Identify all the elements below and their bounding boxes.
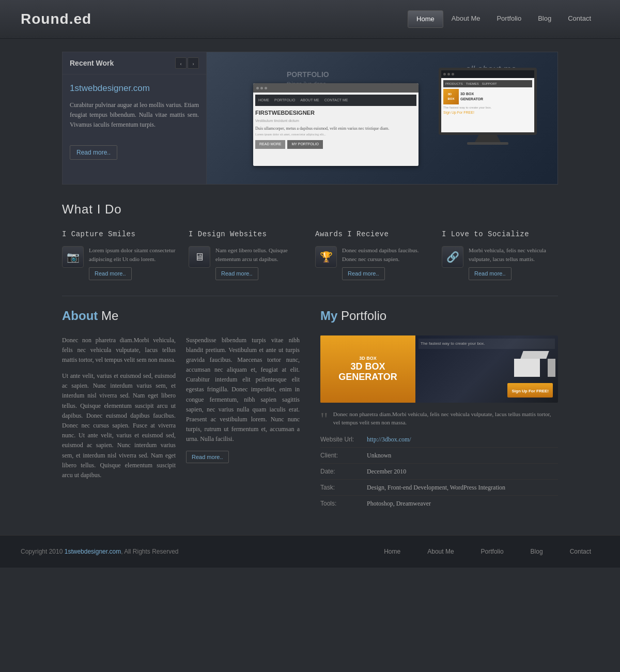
about-columns: Donec non pharetra diam.Morbi vehicula, … bbox=[62, 335, 300, 487]
footer-copyright: Copyright 2010 1stwebdesigner.com, All R… bbox=[21, 547, 179, 556]
footer-nav-contact[interactable]: Contact bbox=[562, 544, 599, 559]
main-nav: Home About Me Portfolio Blog Contact bbox=[408, 10, 599, 28]
what-i-do-item-3: Awards I Recieve 🏆 Donec euismod dapibus… bbox=[315, 229, 431, 280]
item4-title: I Love to Socialize bbox=[442, 229, 558, 240]
about-title-rest: Me bbox=[98, 309, 118, 323]
nav-portfolio[interactable]: Portfolio bbox=[488, 10, 530, 28]
item2-text: Nam eget libero tellus. Quisque elementu… bbox=[215, 246, 305, 280]
section-divider bbox=[62, 296, 558, 296]
item3-read-more[interactable]: Read more.. bbox=[342, 267, 385, 280]
detail-row-url: Website Url: http://3dbox.com/ bbox=[320, 435, 558, 448]
about-right-col: Suspendisse bibendum turpis vitae nibh b… bbox=[186, 335, 300, 487]
date-label: Date: bbox=[320, 467, 367, 476]
item2-desc: Nam eget libero tellus. Quisque elementu… bbox=[215, 246, 305, 263]
project-read-more[interactable]: Read more.. bbox=[70, 145, 117, 160]
recent-work-panel: Recent Work ‹ › 1stwebdesigner.com Curab… bbox=[62, 52, 207, 185]
copyright-text: Copyright 2010 bbox=[21, 548, 65, 555]
footer-nav-home[interactable]: Home bbox=[376, 544, 409, 559]
detail-row-date: Date: December 2010 bbox=[320, 467, 558, 480]
footer-nav-portfolio[interactable]: Portfolio bbox=[473, 544, 512, 559]
url-label: Website Url: bbox=[320, 435, 367, 444]
item3-inner: 🏆 Donec euismod dapibus faucibus. Donec … bbox=[315, 246, 431, 280]
nav-blog[interactable]: Blog bbox=[530, 10, 560, 28]
rights-text: , All Rights Reserved bbox=[121, 548, 178, 555]
what-i-do-item-4: I Love to Socialize 🔗 Morbi vehicula, fe… bbox=[442, 229, 558, 280]
3dbox-title: 3D BOXGENERATOR bbox=[338, 362, 397, 383]
about-para-1: Donec non pharetra diam.Morbi vehicula, … bbox=[62, 335, 176, 365]
header: Round.ed Home About Me Portfolio Blog Co… bbox=[0, 0, 620, 39]
footer-nav: Home About Me Portfolio Blog Contact bbox=[376, 544, 599, 559]
mac-device-mockup: PRODUCTS THEMES SUPPORT 3DBOX 3D BOXGENE… bbox=[439, 68, 537, 145]
next-arrow[interactable]: › bbox=[188, 57, 199, 69]
footer-nav-about[interactable]: About Me bbox=[419, 544, 462, 559]
portfolio-title-rest: Portfolio bbox=[337, 309, 386, 323]
recent-work-preview: all about me PORTFOLIOthings i've done H… bbox=[207, 52, 558, 185]
camera-icon: 📷 bbox=[62, 246, 84, 268]
portfolio-img-left: 3D BOX 3D BOXGENERATOR bbox=[320, 335, 415, 403]
about-portfolio-section: About Me Donec non pharetra diam.Morbi v… bbox=[62, 307, 558, 514]
social-icon: 🔗 bbox=[442, 246, 463, 268]
about-right-text: Suspendisse bibendum turpis vitae nibh b… bbox=[186, 335, 300, 445]
about-read-more[interactable]: Read more.. bbox=[186, 451, 229, 464]
date-value: December 2010 bbox=[367, 467, 558, 476]
detail-row-client: Client: Unknown bbox=[320, 451, 558, 464]
what-i-do-grid: I Capture Smiles 📷 Lorem ipsum dolor sit… bbox=[62, 229, 558, 280]
item4-text: Morbi vehicula, felis nec vehicula vulpu… bbox=[469, 246, 558, 280]
recent-work-title: Recent Work bbox=[70, 58, 114, 69]
preview-inner: all about me PORTFOLIOthings i've done H… bbox=[207, 52, 557, 184]
preview-image: all about me PORTFOLIOthings i've done H… bbox=[207, 52, 557, 184]
item2-title: I Design Websites bbox=[189, 229, 305, 240]
item4-read-more[interactable]: Read more.. bbox=[469, 267, 512, 280]
portfolio-img-right: The fastest way to create your box. Sign… bbox=[415, 335, 558, 403]
footer: Copyright 2010 1stwebdesigner.com, All R… bbox=[0, 535, 620, 568]
prev-arrow[interactable]: ‹ bbox=[175, 57, 187, 69]
url-value: http://3dbox.com/ bbox=[367, 435, 558, 444]
portfolio-image: 3D BOX 3D BOXGENERATOR The fastest way t… bbox=[320, 335, 558, 403]
item1-inner: 📷 Lorem ipsum dolor sitamt consectetur a… bbox=[62, 246, 178, 280]
portfolio-section: My Portfolio 3D BOX 3D BOXGENERATOR The … bbox=[320, 307, 558, 514]
about-left-col: Donec non pharetra diam.Morbi vehicula, … bbox=[62, 335, 176, 487]
item1-title: I Capture Smiles bbox=[62, 229, 178, 240]
item3-title: Awards I Recieve bbox=[315, 229, 431, 240]
item1-read-more[interactable]: Read more.. bbox=[89, 267, 132, 280]
slideshow-arrows: ‹ › bbox=[175, 57, 199, 69]
recent-work-header: Recent Work ‹ › bbox=[63, 52, 206, 74]
task-value: Design, Front-end Development, WordPress… bbox=[367, 483, 558, 492]
portfolio-title-highlight: My bbox=[320, 309, 337, 323]
item3-text: Donec euismod dapibus faucibus. Donec ne… bbox=[342, 246, 431, 280]
client-label: Client: bbox=[320, 451, 367, 460]
what-i-do-item-2: I Design Websites 🖥 Nam eget libero tell… bbox=[189, 229, 305, 280]
nav-contact[interactable]: Contact bbox=[560, 10, 599, 28]
tools-value: Photoshop, Dreamweaver bbox=[367, 499, 558, 508]
footer-site-link[interactable]: 1stwebdesigner.com bbox=[65, 548, 121, 555]
url-link[interactable]: http://3dbox.com/ bbox=[367, 436, 411, 443]
portfolio-title: My Portfolio bbox=[320, 307, 558, 325]
item3-desc: Donec euismod dapibus faucibus. Donec ne… bbox=[342, 246, 431, 263]
footer-nav-blog[interactable]: Blog bbox=[522, 544, 551, 559]
monitor-icon: 🖥 bbox=[189, 246, 210, 268]
portfolio-quote: " Donec non pharetra diam.Morbi vehicula… bbox=[320, 410, 558, 429]
detail-row-task: Task: Design, Front-end Development, Wor… bbox=[320, 483, 558, 496]
what-i-do-item-1: I Capture Smiles 📷 Lorem ipsum dolor sit… bbox=[62, 229, 178, 280]
item4-desc: Morbi vehicula, felis nec vehicula vulpu… bbox=[469, 246, 558, 263]
task-label: Task: bbox=[320, 483, 367, 492]
recent-work-content: 1stwebdesigner.com Curabitur pulvinar au… bbox=[63, 74, 206, 167]
about-title-highlight: About bbox=[62, 309, 98, 323]
about-para-2: Ut ante velit, varius et euismod sed, eu… bbox=[62, 371, 176, 480]
browser-mockup: HOME PORTFOLIO ABOUT ME CONTACT ME FIRST… bbox=[253, 83, 419, 166]
item1-desc: Lorem ipsum dolor sitamt consectetur adi… bbox=[89, 246, 178, 263]
award-icon: 🏆 bbox=[315, 246, 337, 268]
project-description: Curabitur pulvinar augue at leo mollis v… bbox=[70, 100, 199, 130]
recent-work-section: Recent Work ‹ › 1stwebdesigner.com Curab… bbox=[62, 52, 558, 185]
site-logo: Round.ed bbox=[21, 8, 91, 30]
client-value: Unknown bbox=[367, 451, 558, 460]
nav-about[interactable]: About Me bbox=[443, 10, 489, 28]
item2-inner: 🖥 Nam eget libero tellus. Quisque elemen… bbox=[189, 246, 305, 280]
item2-read-more[interactable]: Read more.. bbox=[215, 267, 258, 280]
nav-home[interactable]: Home bbox=[408, 10, 443, 28]
what-i-do-title: What I Do bbox=[62, 200, 558, 219]
tools-label: Tools: bbox=[320, 499, 367, 508]
item4-inner: 🔗 Morbi vehicula, felis nec vehicula vul… bbox=[442, 246, 558, 280]
about-section: About Me Donec non pharetra diam.Morbi v… bbox=[62, 307, 300, 514]
portfolio-img-inner: 3D BOX 3D BOXGENERATOR The fastest way t… bbox=[320, 335, 558, 403]
